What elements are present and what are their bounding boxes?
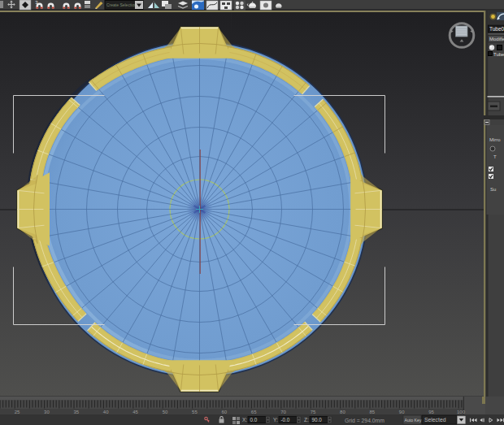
svg-text:X:: X: xyxy=(242,417,247,423)
svg-text:Tube: Tube xyxy=(493,52,504,57)
svg-text:-0.0: -0.0 xyxy=(281,417,290,423)
svg-text:Su: Su xyxy=(490,187,496,192)
svg-text:Mirro: Mirro xyxy=(489,137,501,142)
svg-text:90.0: 90.0 xyxy=(312,417,323,423)
svg-text:Y:: Y: xyxy=(273,417,278,423)
svg-text:Tube00: Tube00 xyxy=(489,26,504,32)
svg-text:T: T xyxy=(493,154,497,159)
svg-text:0.0: 0.0 xyxy=(250,417,258,423)
svg-text:Modifie: Modifie xyxy=(489,37,504,41)
svg-text:Selected: Selected xyxy=(424,417,446,423)
svg-text:Z:: Z: xyxy=(304,417,309,423)
svg-text:Grid = 294.0mm: Grid = 294.0mm xyxy=(345,418,385,423)
svg-text:Auto Key: Auto Key xyxy=(405,418,422,423)
